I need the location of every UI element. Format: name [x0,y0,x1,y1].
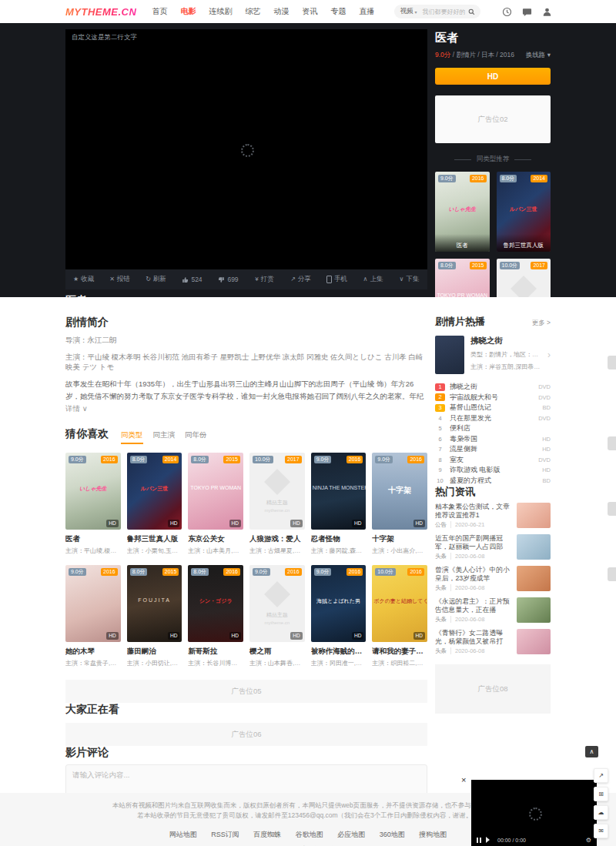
report-button[interactable]: ✕报错 [102,275,138,284]
quality-badge: HD [229,520,241,527]
more-link[interactable]: 更多 > [532,319,551,328]
history-icon[interactable] [502,7,512,17]
footer-link-sogou[interactable]: 搜狗地图 [419,830,447,840]
mobile-button[interactable]: 手机 [319,275,355,284]
news-item[interactable]: 《青簪行》女二路透曝光，杨紫颜值又被吊打 头条2020-06-08 [435,629,551,655]
rank-item[interactable]: 7流星侧舞HD [435,444,551,455]
edge-widget-tab[interactable] [608,436,616,450]
float-qr-button[interactable]: ↗ [594,768,608,783]
footer-link-baidu[interactable]: 百度蜘蛛 [253,830,281,840]
edge-widget-tab[interactable] [608,502,616,516]
footer-link-rss[interactable]: RSS订阅 [211,830,239,840]
dislike-button[interactable]: 699 [210,276,246,283]
search-input[interactable] [420,8,468,16]
edge-widget-tab[interactable] [608,567,616,581]
detail-link[interactable]: 详情 ∨ [65,404,88,413]
featured-item[interactable]: 拂晓之街 类型：剧情片，地区：日本 主演：岸谷五朗,深田恭子,木村 › [435,336,551,374]
rank-item[interactable]: 1拂晓之街DVD [435,382,551,393]
float-cloud-button[interactable]: ☁ [594,805,608,820]
tab-same-year[interactable]: 同年份 [185,430,207,444]
favorite-button[interactable]: ★收藏 [65,275,102,284]
nav-item-live[interactable]: 直播 [359,6,374,17]
movie-card[interactable]: シン・ゴジラ 8.0分 2016 HD 新哥斯拉 主演：长谷川博己,竹野内丰, [188,565,243,667]
movie-card[interactable]: 十字架 9.0分 2016 HD 十字架 主演：小出惠介,木村文乃,富 [372,453,427,555]
nav-item-variety[interactable]: 综艺 [245,6,260,17]
mini-player-close-icon[interactable]: × [461,775,466,784]
float-message-button[interactable]: ✉ [594,824,608,838]
line-switch-dropdown[interactable]: 换线路 ▾ [526,51,551,60]
site-logo[interactable]: MYTHEME.CN [65,6,136,18]
mini-player[interactable]: × 00:00 / 0:00 ⚙ [471,780,597,846]
rank-item[interactable]: 9诈取游戏 电影版HD [435,465,551,476]
movie-card[interactable]: 海賊とよばれた男 9.0分 2016 HD 被称作海贼的男人 主演：冈田准一,吉… [311,565,367,667]
pause-icon[interactable] [477,838,481,843]
footer-link-bing[interactable]: 必应地图 [337,830,365,840]
phone-icon [326,276,332,283]
edge-widget-tab[interactable] [608,356,616,369]
share-button[interactable]: ↗分享 [283,275,319,284]
news-item[interactable]: 《永远的君主》：正片预告信息量大，正在播 头条2020-06-08 [435,597,551,624]
video-player[interactable]: 自定义这是第二行文字 [65,29,427,269]
rank-quality: BD [543,477,551,484]
rank-item[interactable]: 6毒枭帝国HD [435,434,551,445]
rank-item[interactable]: 4只在那里发光DVD [435,413,551,424]
quality-badge: HD [413,520,425,527]
movie-card[interactable]: いしゃ先生 9.0分 2016 HD 医者 主演：平山绫,榎木孝明,长谷 [65,453,121,555]
volume-icon[interactable] [486,837,493,843]
back-to-top-button[interactable]: ∧ [585,746,598,757]
recommend-card[interactable]: 10.0分 2017 人狼游戏：爱人 [497,259,551,297]
rank-item[interactable]: 5便利店 [435,423,551,434]
nav-item-topics[interactable]: 专题 [330,6,346,17]
tab-same-cast[interactable]: 同主演 [153,430,176,444]
footer-link-360[interactable]: 360地图 [380,830,405,840]
recommend-card[interactable]: ルパン三世 8.0分 2014 鲁邦三世真人版 [497,172,551,252]
recommend-card[interactable]: いしゃ先生 9.0分 2016 医者 [435,172,490,252]
movie-cast: 主演：冈田准一,吉冈秀隆,染 [311,659,367,667]
search-category-select[interactable]: 视频 ▾ [400,7,417,16]
rank-item[interactable]: 8室友DVD [435,455,551,466]
year-badge: 2016 [346,456,363,463]
settings-gear-icon[interactable]: ⚙ [586,837,591,844]
footer-link-sitemap[interactable]: 网站地图 [169,830,197,840]
movie-card[interactable]: 精品主题 mytheme.cn 10.0分 2017 HD 人狼游戏：爱人 主演… [249,453,305,555]
rank-item[interactable]: 10盛夏的方程式BD [435,476,551,487]
year-badge: 2016 [470,175,487,182]
movie-card[interactable]: ルパン三世 8.0分 2014 HD 鲁邦三世真人版 主演：小栗旬,玉山铁二,绫… [127,453,182,555]
movie-card[interactable]: TOKYO PR WOMAN 8.0分 2015 HD 东京公关女 主演：山本美… [188,453,243,555]
prev-episode-button[interactable]: ∧上集 [355,275,391,284]
news-item[interactable]: 近五年的国产剧网播冠军，赵丽颖一人占四部 头条2020-06-08 [435,534,551,560]
next-episode-button[interactable]: ∨下集 [391,275,427,284]
message-icon[interactable] [522,7,532,17]
nav-item-news[interactable]: 资讯 [302,6,317,17]
search-icon[interactable] [468,8,475,15]
reward-button[interactable]: ¥打赏 [246,275,283,284]
recommend-card[interactable]: TOKYO PR WOMAN 8.0分 2015 东京公关女 [435,259,490,297]
footer-link-google[interactable]: 谷歌地图 [296,830,323,840]
float-apps-button[interactable]: ⊞ [594,787,608,801]
tab-same-type[interactable]: 同类型 [121,430,143,444]
episode-hd-button[interactable]: HD [435,68,551,85]
movie-card[interactable]: NINJA THE MONSTER 9.0分 2016 HD 忍者怪物 主演：藤… [311,453,367,555]
refresh-button[interactable]: ↻刷新 [138,275,174,284]
user-icon[interactable] [542,7,552,17]
news-date: 2020-06-08 [455,584,484,591]
placeholder-diamond-icon [511,276,537,297]
movie-card[interactable]: ボクの妻と結婚してください。 10.0分 2016 HD 请和我的妻子结婚 主演… [372,565,427,667]
news-item[interactable]: 精本象素公告测试，文章推荐设置推荐1 公告2020-06-21 [435,503,551,529]
movie-title: 医者 [65,534,121,544]
quality-badge: HD [413,632,425,640]
left-column: 剧情简介 导演：永江二朗 主演：平山绫 榎木孝明 长谷川初范 池田有希子 星野凯… [65,297,427,824]
nav-item-movies[interactable]: 电影 [180,6,196,17]
like-button[interactable]: 524 [174,276,210,283]
movie-card[interactable]: 9.0分 2016 HD 她的木琴 主演：常盘贵子,池松壮亮,尾 [65,565,121,667]
nav-item-series[interactable]: 连续剧 [209,6,232,17]
movie-poster: 精品主题 mytheme.cn 10.0分 2017 HD [249,453,305,530]
rank-item[interactable]: 3基督山恩仇记BD [435,403,551,413]
movie-card[interactable]: FOUJITA 8.0分 2015 HD 藤田嗣治 主演：小田切让,中谷美纪,安 [127,565,182,667]
movie-card[interactable]: 精品主题 mytheme.cn 9.0分 2016 HD 樱之雨 主演：山本舞香… [249,565,305,667]
news-item[interactable]: 曾演《美人心计》中的小皇后，23岁瘦成竿 头条2020-06-08 [435,566,551,592]
nav-item-home[interactable]: 首页 [152,6,167,17]
rank-item[interactable]: 2宇宙战舰大和号DVD [435,393,551,403]
chevron-up-icon: ∧ [363,276,368,283]
nav-item-anime[interactable]: 动漫 [273,6,289,17]
